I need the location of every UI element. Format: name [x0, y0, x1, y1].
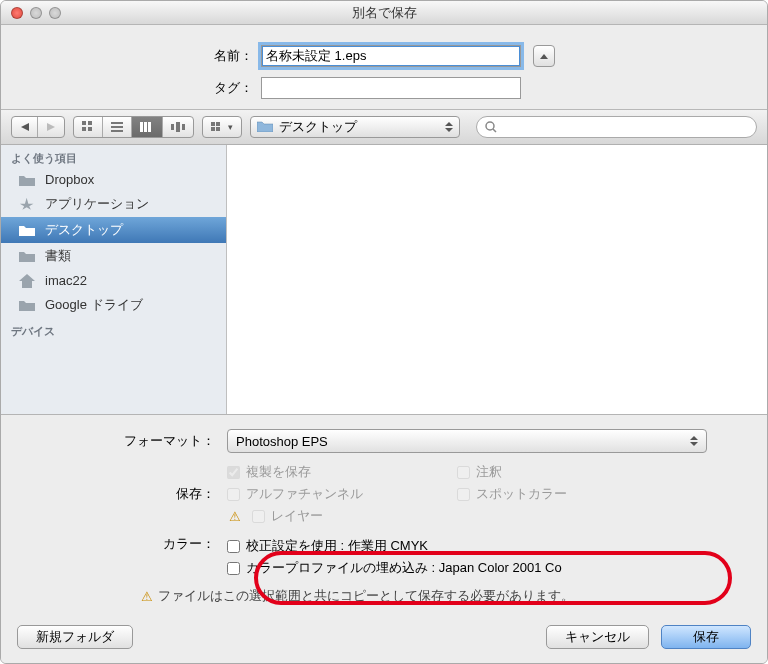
sidebar-item-label: アプリケーション [45, 195, 149, 213]
annotation-checkbox-input [457, 466, 470, 479]
svg-rect-7 [111, 122, 123, 124]
svg-rect-17 [216, 122, 220, 126]
svg-rect-19 [216, 127, 220, 131]
copy-checkbox: 複製を保存 [227, 461, 457, 483]
svg-line-21 [493, 129, 496, 132]
sidebar-item-label: imac22 [45, 273, 87, 288]
window-controls [11, 7, 61, 19]
sidebar-item-label: 書類 [45, 247, 71, 265]
search-icon [485, 121, 497, 133]
name-label: 名前： [19, 47, 261, 65]
titlebar: 別名で保存 [1, 1, 767, 25]
svg-rect-13 [171, 124, 174, 130]
annotation-checkbox: 注釈 [457, 461, 687, 483]
svg-rect-4 [88, 121, 92, 125]
new-folder-button[interactable]: 新規フォルダ [17, 625, 133, 649]
svg-rect-3 [82, 121, 86, 125]
sidebar: よく使う項目 Dropbox アプリケーション デスクトップ 書類 imac22 [1, 145, 227, 414]
folder-icon [19, 174, 37, 186]
arrange-button[interactable]: ▾ [203, 117, 241, 137]
warning-icon: ⚠ [227, 509, 242, 524]
tag-label: タグ： [19, 79, 261, 97]
close-button[interactable] [11, 7, 23, 19]
sidebar-favorites-header: よく使う項目 [1, 145, 226, 168]
sidebar-item-dropbox[interactable]: Dropbox [1, 168, 226, 191]
layers-checkbox: ⚠ レイヤー [227, 505, 749, 527]
spot-checkbox: スポットカラー [457, 483, 687, 505]
svg-rect-6 [88, 127, 92, 131]
alpha-checkbox: アルファチャンネル [227, 483, 457, 505]
sidebar-item-desktop[interactable]: デスクトップ [1, 217, 226, 243]
name-tag-area: 名前： タグ： [1, 25, 767, 109]
location-label: デスクトップ [279, 118, 357, 136]
svg-point-20 [486, 122, 494, 130]
triangle-right-icon [47, 123, 55, 131]
columns-icon [140, 122, 154, 132]
view-list-button[interactable] [103, 117, 132, 137]
view-column-button[interactable] [132, 117, 163, 137]
folder-icon [19, 299, 37, 311]
svg-rect-15 [182, 124, 185, 130]
svg-marker-2 [47, 123, 55, 131]
svg-marker-1 [21, 123, 29, 131]
options-panel: フォーマット： Photoshop EPS 保存： 複製を保存 注釈 アルファチ… [1, 415, 767, 615]
grid-icon [82, 121, 94, 133]
sidebar-item-label: Dropbox [45, 172, 94, 187]
svg-rect-18 [211, 127, 215, 131]
dialog-footer: 新規フォルダ キャンセル 保存 [1, 615, 767, 663]
svg-rect-5 [82, 127, 86, 131]
view-coverflow-button[interactable] [163, 117, 193, 137]
save-dialog-window: 別名で保存 名前： タグ： [0, 0, 768, 664]
alpha-checkbox-input [227, 488, 240, 501]
tag-input[interactable] [261, 77, 521, 99]
svg-rect-11 [144, 122, 147, 132]
embed-profile-checkbox-input[interactable] [227, 562, 240, 575]
back-button[interactable] [12, 117, 38, 137]
home-icon [19, 274, 37, 288]
svg-rect-10 [140, 122, 143, 132]
forward-button[interactable] [38, 117, 64, 137]
format-value: Photoshop EPS [236, 434, 328, 449]
sidebar-item-label: デスクトップ [45, 221, 123, 239]
sidebar-item-applications[interactable]: アプリケーション [1, 191, 226, 217]
svg-rect-16 [211, 122, 215, 126]
chevron-up-icon [540, 54, 548, 59]
location-popup[interactable]: デスクトップ [250, 116, 460, 138]
sidebar-devices-header: デバイス [1, 318, 226, 341]
file-browser: よく使う項目 Dropbox アプリケーション デスクトップ 書類 imac22 [1, 145, 767, 415]
copy-note: ⚠ ファイルはこの選択範囲と共にコピーとして保存する必要があります。 [139, 587, 749, 605]
triangle-left-icon [21, 123, 29, 131]
sidebar-item-documents[interactable]: 書類 [1, 243, 226, 269]
proof-checkbox-input[interactable] [227, 540, 240, 553]
spot-checkbox-input [457, 488, 470, 501]
coverflow-icon [171, 122, 185, 132]
format-label: フォーマット： [19, 432, 227, 450]
format-popup[interactable]: Photoshop EPS [227, 429, 707, 453]
sidebar-item-label: Google ドライブ [45, 296, 143, 314]
search-field[interactable] [476, 116, 757, 138]
minimize-button[interactable] [30, 7, 42, 19]
sidebar-item-home[interactable]: imac22 [1, 269, 226, 292]
view-mode-segment [73, 116, 194, 138]
proof-checkbox[interactable]: 校正設定を使用 : 作業用 CMYK [227, 535, 749, 557]
save-button[interactable]: 保存 [661, 625, 751, 649]
svg-rect-8 [111, 126, 123, 128]
svg-rect-12 [148, 122, 151, 132]
layers-checkbox-input [252, 510, 265, 523]
color-label: カラー： [19, 535, 227, 553]
embed-profile-checkbox[interactable]: カラープロファイルの埋め込み : Japan Color 2001 Co [227, 557, 749, 579]
arrange-menu[interactable]: ▾ [202, 116, 242, 138]
cancel-button[interactable]: キャンセル [546, 625, 649, 649]
svg-rect-14 [176, 122, 180, 132]
sidebar-item-googledrive[interactable]: Google ドライブ [1, 292, 226, 318]
view-icon-button[interactable] [74, 117, 103, 137]
expand-collapse-button[interactable] [533, 45, 555, 67]
file-list-pane[interactable] [227, 145, 767, 414]
filename-input[interactable] [261, 45, 521, 67]
arrange-icon [211, 122, 225, 132]
svg-rect-9 [111, 130, 123, 132]
list-icon [111, 122, 123, 132]
folder-icon [19, 250, 37, 262]
zoom-button[interactable] [49, 7, 61, 19]
copy-checkbox-input [227, 466, 240, 479]
